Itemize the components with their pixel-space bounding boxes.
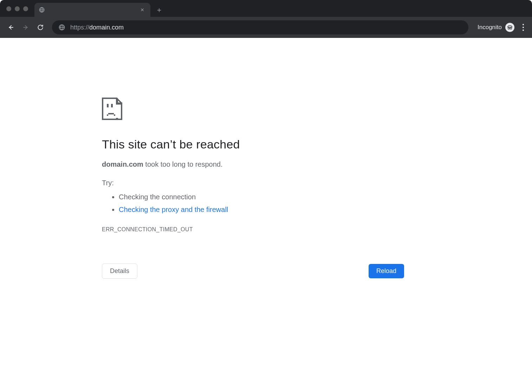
error-message: domain.com took too long to respond. bbox=[102, 160, 404, 168]
suggestion-check-proxy: Checking the proxy and the firewall bbox=[119, 203, 404, 216]
error-code: ERR_CONNECTION_TIMED_OUT bbox=[102, 226, 404, 233]
error-host: domain.com bbox=[102, 160, 143, 168]
url-scheme: https:// bbox=[70, 24, 89, 31]
window-minimize-button[interactable] bbox=[15, 6, 20, 11]
incognito-label: Incognito bbox=[478, 24, 502, 31]
svg-rect-12 bbox=[111, 104, 113, 107]
svg-rect-13 bbox=[108, 113, 114, 114]
reload-page-button[interactable]: Reload bbox=[369, 264, 404, 278]
window-maximize-button[interactable] bbox=[23, 6, 28, 11]
tab-close-button[interactable] bbox=[138, 7, 146, 12]
svg-rect-10 bbox=[116, 118, 118, 119]
url-text: https://domain.com bbox=[70, 24, 124, 31]
sad-page-icon bbox=[102, 98, 404, 120]
url-host: domain.com bbox=[89, 24, 124, 31]
try-label: Try: bbox=[102, 179, 404, 187]
page-content: This site can’t be reached domain.com to… bbox=[0, 98, 532, 279]
details-button[interactable]: Details bbox=[102, 264, 137, 279]
back-button[interactable] bbox=[5, 21, 17, 33]
browser-menu-button[interactable] bbox=[518, 22, 528, 33]
browser-tab[interactable] bbox=[34, 3, 150, 17]
svg-rect-4 bbox=[103, 98, 117, 119]
svg-rect-8 bbox=[116, 103, 118, 119]
new-tab-button[interactable] bbox=[153, 4, 165, 16]
globe-icon bbox=[39, 7, 45, 13]
incognito-icon[interactable] bbox=[505, 23, 514, 32]
suggestion-check-connection: Checking the connection bbox=[119, 191, 404, 203]
button-row: Details Reload bbox=[102, 264, 404, 279]
toolbar: https://domain.com Incognito bbox=[0, 17, 532, 38]
reload-button[interactable] bbox=[34, 21, 46, 33]
address-bar[interactable]: https://domain.com bbox=[52, 20, 468, 34]
proxy-firewall-link[interactable]: Checking the proxy and the firewall bbox=[119, 206, 228, 213]
suggestion-list: Checking the connection Checking the pro… bbox=[102, 191, 404, 216]
svg-point-3 bbox=[510, 28, 512, 29]
svg-point-2 bbox=[508, 28, 510, 29]
window-controls bbox=[6, 6, 28, 11]
titlebar bbox=[0, 0, 532, 17]
forward-button[interactable] bbox=[20, 21, 32, 33]
svg-rect-15 bbox=[114, 114, 115, 116]
svg-rect-14 bbox=[107, 114, 108, 116]
site-info-icon[interactable] bbox=[58, 24, 65, 31]
error-container: This site can’t be reached domain.com to… bbox=[102, 98, 404, 279]
error-title: This site can’t be reached bbox=[102, 138, 404, 151]
window-close-button[interactable] bbox=[6, 6, 11, 11]
error-message-suffix: took too long to respond. bbox=[143, 160, 223, 168]
toolbar-right: Incognito bbox=[474, 22, 528, 33]
svg-rect-9 bbox=[116, 103, 118, 105]
svg-rect-11 bbox=[107, 104, 109, 107]
